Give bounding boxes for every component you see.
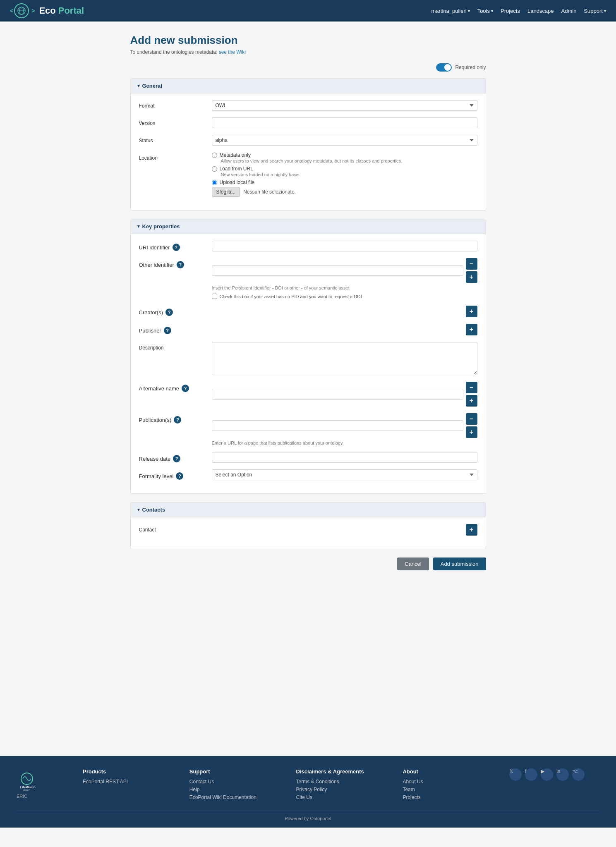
file-name-display: Nessun file selezionato. bbox=[243, 189, 296, 195]
required-toggle-row: Required only bbox=[130, 63, 486, 72]
footer-about-us-link[interactable]: About Us bbox=[403, 779, 493, 785]
release-date-label: Release date bbox=[139, 456, 171, 462]
location-metadata-radio[interactable] bbox=[212, 153, 217, 158]
footer-team-link[interactable]: Team bbox=[403, 787, 493, 792]
creators-add-button[interactable]: + bbox=[466, 306, 477, 317]
status-select[interactable]: alpha beta production retired bbox=[212, 135, 477, 146]
formality-help-icon[interactable]: ? bbox=[176, 472, 183, 480]
publisher-help-icon[interactable]: ? bbox=[164, 327, 171, 334]
other-id-add-button[interactable]: + bbox=[466, 271, 477, 283]
other-id-input[interactable] bbox=[212, 265, 463, 276]
contact-row: Contact + bbox=[139, 524, 477, 536]
browse-button[interactable]: Sfoglia... bbox=[212, 187, 240, 197]
nav-admin[interactable]: Admin bbox=[561, 8, 577, 14]
contact-control: + bbox=[212, 524, 477, 536]
brand-logo[interactable]: < > EcoPortal bbox=[10, 3, 84, 18]
format-control: OWL OBO UMLS SKOS CSV JSON-LD bbox=[212, 100, 477, 111]
creators-label: Creator(s) bbox=[139, 309, 163, 316]
nav-support[interactable]: Support ▾ bbox=[584, 8, 606, 14]
footer-brand: LifeWatch ERIC ERIC bbox=[17, 768, 66, 799]
description-label: Description bbox=[139, 342, 205, 351]
footer-ecoportal-api-link[interactable]: EcoPortal REST API bbox=[83, 779, 173, 785]
footer-help-link[interactable]: Help bbox=[189, 787, 280, 792]
publisher-add-button[interactable]: + bbox=[466, 324, 477, 335]
formality-select[interactable]: Select an Option bbox=[212, 469, 477, 480]
other-id-help-icon[interactable]: ? bbox=[177, 261, 184, 268]
release-date-label-group: Release date ? bbox=[139, 452, 205, 462]
cancel-button[interactable]: Cancel bbox=[397, 557, 429, 570]
publications-input[interactable] bbox=[212, 420, 463, 431]
nav-projects[interactable]: Projects bbox=[501, 8, 520, 14]
key-properties-section: ▾ Key properties URI identifier ? Other … bbox=[130, 219, 486, 494]
nav-landscape[interactable]: Landscape bbox=[527, 8, 554, 14]
alt-name-help-icon[interactable]: ? bbox=[182, 385, 189, 392]
release-date-help-icon[interactable]: ? bbox=[173, 455, 180, 462]
footer-projects-link[interactable]: Projects bbox=[403, 794, 493, 800]
location-url-radio[interactable] bbox=[212, 166, 217, 172]
youtube-icon[interactable]: ▶ bbox=[541, 768, 553, 781]
description-row: Description bbox=[139, 342, 477, 375]
chevron-down-icon: ▾ bbox=[137, 83, 140, 89]
publisher-row: Publisher ? + bbox=[139, 324, 477, 335]
other-id-label-group: Other identifier ? bbox=[139, 258, 205, 268]
version-row: Version bbox=[139, 117, 477, 128]
nav-user[interactable]: martina_pulieri ▾ bbox=[431, 8, 470, 14]
brand-portal: Portal bbox=[58, 5, 84, 16]
doi-checkbox-label: Check this box if your asset has no PID … bbox=[220, 294, 362, 299]
footer-about: About About Us Team Projects bbox=[403, 768, 493, 802]
publications-hint: Enter a URL for a page that lists public… bbox=[212, 440, 477, 445]
alt-name-remove-button[interactable]: − bbox=[466, 382, 477, 393]
publications-help-icon[interactable]: ? bbox=[174, 416, 181, 424]
other-id-remove-button[interactable]: − bbox=[466, 258, 477, 270]
alt-name-row: Alternative name ? − + bbox=[139, 382, 477, 407]
alt-name-add-button[interactable]: + bbox=[466, 395, 477, 407]
key-properties-title: Key properties bbox=[142, 223, 180, 230]
release-date-input[interactable] bbox=[212, 452, 477, 463]
location-file-radio[interactable] bbox=[212, 180, 217, 185]
location-url-label: Load from URL bbox=[220, 166, 253, 172]
description-textarea[interactable] bbox=[212, 342, 477, 375]
alt-name-input[interactable] bbox=[212, 389, 463, 400]
uri-help-icon[interactable]: ? bbox=[173, 244, 180, 251]
description-control bbox=[212, 342, 477, 375]
github-icon[interactable]: ⌥ bbox=[572, 768, 585, 781]
twitter-icon[interactable]: 𝕏 bbox=[509, 768, 522, 781]
facebook-icon[interactable]: f bbox=[525, 768, 537, 781]
contact-add-button[interactable]: + bbox=[466, 524, 477, 536]
main-content: Add new submission To understand the ont… bbox=[122, 22, 494, 756]
format-select[interactable]: OWL OBO UMLS SKOS CSV JSON-LD bbox=[212, 100, 477, 111]
version-input[interactable] bbox=[212, 117, 477, 128]
chevron-down-icon: ▾ bbox=[137, 507, 140, 512]
brand-eco: Eco bbox=[39, 5, 55, 16]
footer-eric-label: ERIC bbox=[17, 794, 27, 799]
general-section-header[interactable]: ▾ General bbox=[131, 79, 486, 93]
footer: LifeWatch ERIC ERIC Products EcoPortal R… bbox=[0, 756, 616, 828]
linkedin-icon[interactable]: in bbox=[556, 768, 569, 781]
footer-privacy-link[interactable]: Privacy Policy bbox=[296, 787, 386, 792]
footer-cite-link[interactable]: Cite Us bbox=[296, 794, 386, 800]
uri-label: URI identifier bbox=[139, 244, 170, 251]
other-id-control: − + Insert the Persistent Identifier - D… bbox=[212, 258, 477, 299]
formality-control: Select an Option bbox=[212, 469, 477, 480]
general-section-title: General bbox=[142, 83, 162, 89]
submit-button[interactable]: Add submission bbox=[433, 557, 486, 570]
footer-products-heading: Products bbox=[83, 768, 173, 775]
required-only-toggle[interactable] bbox=[436, 63, 452, 72]
nav-tools[interactable]: Tools ▾ bbox=[477, 8, 493, 14]
creators-help-icon[interactable]: ? bbox=[165, 309, 173, 316]
doi-checkbox[interactable] bbox=[212, 294, 217, 299]
footer-contact-link[interactable]: Contact Us bbox=[189, 779, 280, 785]
footer-terms-link[interactable]: Terms & Conditions bbox=[296, 779, 386, 785]
location-metadata-hint: Allow users to view and search your onto… bbox=[221, 158, 477, 163]
contacts-title: Contacts bbox=[142, 507, 165, 513]
key-properties-header[interactable]: ▾ Key properties bbox=[131, 219, 486, 234]
alt-name-control: − + bbox=[212, 382, 477, 407]
wiki-link[interactable]: see the Wiki bbox=[219, 49, 246, 55]
location-file-option: Upload local file Sfoglia... Nessun file… bbox=[212, 179, 477, 197]
contacts-header[interactable]: ▾ Contacts bbox=[131, 502, 486, 517]
chevron-down-icon: ▾ bbox=[491, 9, 493, 13]
publications-remove-button[interactable]: − bbox=[466, 413, 477, 425]
footer-wiki-link[interactable]: EcoPortal Wiki Documentation bbox=[189, 794, 280, 800]
publications-add-button[interactable]: + bbox=[466, 426, 477, 438]
uri-input[interactable] bbox=[212, 241, 477, 251]
